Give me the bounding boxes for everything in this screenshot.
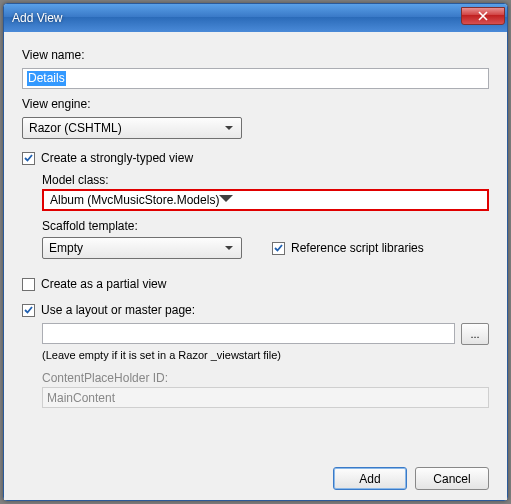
layout-group: ... (Leave empty if it is set in a Razor… [42, 321, 489, 408]
window-title: Add View [12, 11, 461, 25]
model-class-combo[interactable]: Album (MvcMusicStore.Models) [42, 189, 489, 211]
dialog-content: View name: Details View engine: Razor (C… [4, 32, 507, 500]
scaffold-template-value: Empty [49, 241, 221, 255]
use-layout-label: Use a layout or master page: [41, 303, 195, 317]
add-button[interactable]: Add [333, 467, 407, 490]
model-class-value: Album (MvcMusicStore.Models) [50, 193, 219, 207]
view-name-selection: Details [27, 71, 66, 86]
chevron-down-icon [219, 193, 233, 207]
dialog-window: Add View View name: Details View engine:… [3, 3, 508, 501]
close-icon [478, 11, 488, 21]
chevron-down-icon [221, 238, 237, 258]
view-name-input[interactable]: Details [22, 68, 489, 89]
strongly-typed-group: Model class: Album (MvcMusicStore.Models… [42, 169, 489, 259]
add-button-label: Add [359, 472, 380, 486]
model-class-label: Model class: [42, 173, 489, 187]
scaffold-template-label: Scaffold template: [42, 219, 489, 233]
partial-view-row[interactable]: Create as a partial view [22, 277, 489, 291]
strongly-typed-row[interactable]: Create a strongly-typed view [22, 151, 489, 165]
cph-label: ContentPlaceHolder ID: [42, 371, 489, 385]
strongly-typed-label: Create a strongly-typed view [41, 151, 193, 165]
close-button[interactable] [461, 7, 505, 25]
use-layout-row[interactable]: Use a layout or master page: [22, 303, 489, 317]
partial-view-checkbox[interactable] [22, 278, 35, 291]
cancel-button-label: Cancel [433, 472, 470, 486]
view-engine-combo[interactable]: Razor (CSHTML) [22, 117, 242, 139]
view-name-label: View name: [22, 48, 489, 62]
dialog-buttons: Add Cancel [22, 457, 489, 490]
reference-scripts-row[interactable]: Reference script libraries [272, 241, 424, 255]
scaffold-template-combo[interactable]: Empty [42, 237, 242, 259]
view-engine-label: View engine: [22, 97, 489, 111]
titlebar[interactable]: Add View [4, 4, 507, 32]
strongly-typed-checkbox[interactable] [22, 152, 35, 165]
use-layout-checkbox[interactable] [22, 304, 35, 317]
chevron-down-icon [221, 118, 237, 138]
reference-scripts-label: Reference script libraries [291, 241, 424, 255]
layout-hint: (Leave empty if it is set in a Razor _vi… [42, 349, 489, 361]
cph-input [42, 387, 489, 408]
layout-path-input[interactable] [42, 323, 455, 344]
view-engine-value: Razor (CSHTML) [29, 121, 221, 135]
ellipsis-icon: ... [470, 328, 479, 340]
browse-button[interactable]: ... [461, 323, 489, 345]
reference-scripts-checkbox[interactable] [272, 242, 285, 255]
partial-view-label: Create as a partial view [41, 277, 166, 291]
cancel-button[interactable]: Cancel [415, 467, 489, 490]
